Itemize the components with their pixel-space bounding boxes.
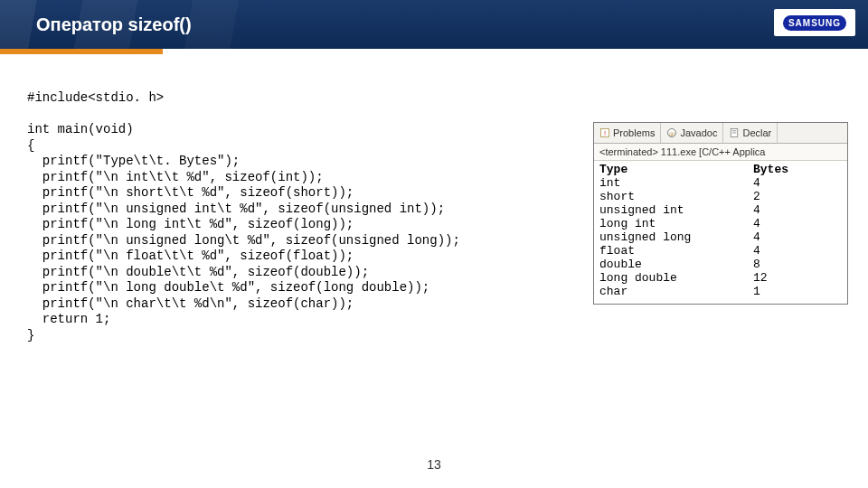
tab-label: Declar (742, 127, 771, 138)
table-row: char1 (599, 285, 842, 298)
output-table-header: Type Bytes (599, 163, 842, 176)
tab-label: Problems (613, 127, 655, 138)
table-row: unsigned long4 (599, 230, 842, 244)
cell-type: short (599, 190, 753, 203)
svg-text:!: ! (604, 129, 606, 137)
cell-type: unsigned int (599, 203, 753, 217)
cell-type: float (599, 244, 753, 258)
output-table: Type Bytes int4short2unsigned int4long i… (594, 161, 847, 304)
cell-bytes: 2 (753, 190, 807, 203)
slide-title: Оператор sizeof() (0, 14, 192, 35)
cell-bytes: 4 (753, 176, 807, 190)
tab-javadoc[interactable]: @Javadoc (661, 123, 723, 143)
table-row: float4 (599, 244, 842, 258)
slide-header: Оператор sizeof() SAMSUNG (0, 0, 868, 49)
output-tabs: !Problems@JavadocDeclar (594, 123, 847, 144)
cell-bytes: 1 (753, 285, 807, 298)
tab-problems[interactable]: !Problems (594, 123, 661, 143)
cell-type: char (599, 285, 753, 298)
cell-type: long int (599, 217, 753, 230)
samsung-logo: SAMSUNG (774, 9, 855, 36)
cell-bytes: 8 (753, 258, 807, 271)
svg-text:@: @ (669, 130, 675, 136)
cell-bytes: 4 (753, 217, 807, 230)
col-header-type: Type (599, 163, 753, 176)
tab-declar[interactable]: Declar (723, 123, 778, 143)
cell-bytes: 12 (753, 271, 807, 285)
javadoc-icon: @ (666, 127, 677, 138)
table-row: long double12 (599, 271, 842, 285)
cell-type: double (599, 258, 753, 271)
table-row: short2 (599, 190, 842, 203)
problems-icon: ! (599, 127, 610, 138)
cell-type: int (599, 176, 753, 190)
terminated-label: <terminated> 111.exe [C/C++ Applica (594, 144, 847, 161)
cell-bytes: 4 (753, 203, 807, 217)
table-row: unsigned int4 (599, 203, 842, 217)
cell-type: unsigned long (599, 230, 753, 244)
tab-label: Javadoc (680, 127, 717, 138)
declaration-icon (729, 127, 740, 138)
page-number: 13 (0, 457, 868, 472)
table-row: double8 (599, 258, 842, 271)
samsung-logo-text: SAMSUNG (783, 15, 846, 31)
accent-bar (0, 49, 163, 54)
cell-bytes: 4 (753, 230, 807, 244)
col-header-bytes: Bytes (753, 163, 807, 176)
cell-type: long double (599, 271, 753, 285)
output-panel: !Problems@JavadocDeclar <terminated> 111… (593, 122, 848, 305)
table-row: long int4 (599, 217, 842, 230)
cell-bytes: 4 (753, 244, 807, 258)
table-row: int4 (599, 176, 842, 190)
